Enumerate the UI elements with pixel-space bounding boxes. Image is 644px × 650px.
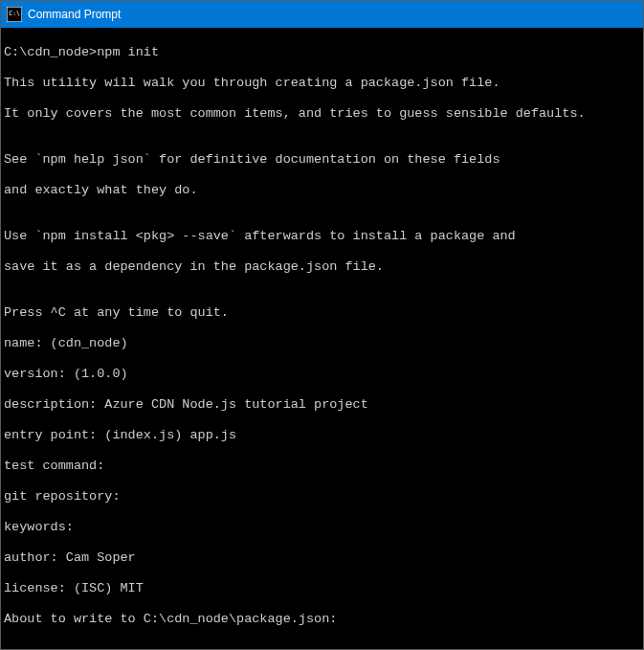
- prompt-text: C:\cdn_node>: [4, 45, 97, 59]
- command-prompt-window: C:\ Command Prompt C:\cdn_node>npm init …: [0, 0, 644, 650]
- titlebar[interactable]: C:\ Command Prompt: [1, 1, 643, 28]
- terminal-line: keywords:: [4, 520, 640, 535]
- terminal-line: save it as a dependency in the package.j…: [4, 259, 640, 275]
- cmd-icon: C:\: [7, 7, 22, 22]
- terminal-output[interactable]: C:\cdn_node>npm init This utility will w…: [1, 28, 643, 649]
- terminal-line: About to write to C:\cdn_node\package.js…: [4, 612, 640, 627]
- terminal-line: and exactly what they do.: [4, 183, 640, 198]
- terminal-line: It only covers the most common items, an…: [4, 106, 640, 122]
- svg-text:C:\: C:\: [9, 10, 20, 17]
- terminal-line: This utility will walk you through creat…: [4, 76, 640, 91]
- titlebar-title: Command Prompt: [28, 8, 639, 21]
- terminal-line: name: (cdn_node): [4, 336, 640, 351]
- terminal-line: C:\cdn_node>npm init: [4, 45, 640, 60]
- terminal-line: author: Cam Soper: [4, 550, 640, 566]
- terminal-line: description: Azure CDN Node.js tutorial …: [4, 397, 640, 413]
- terminal-line: test command:: [4, 459, 640, 474]
- command-text: npm init: [97, 45, 159, 59]
- terminal-line: version: (1.0.0): [4, 367, 640, 382]
- terminal-line: Use `npm install <pkg> --save` afterward…: [4, 229, 640, 244]
- terminal-line: See `npm help json` for definitive docum…: [4, 152, 640, 168]
- terminal-line: entry point: (index.js) app.js: [4, 428, 640, 443]
- terminal-line: license: (ISC) MIT: [4, 581, 640, 596]
- terminal-line: git repository:: [4, 489, 640, 504]
- terminal-line: Press ^C at any time to quit.: [4, 305, 640, 321]
